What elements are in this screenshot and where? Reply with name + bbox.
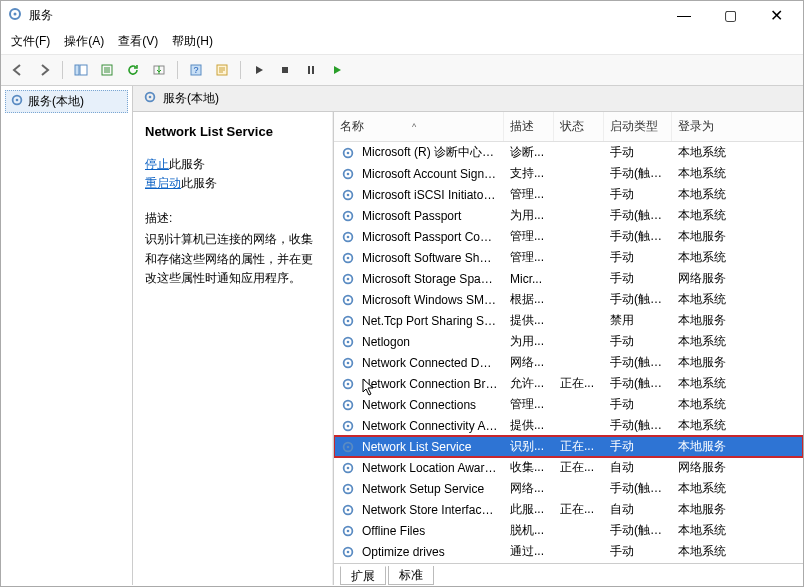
cell-name: Network Connected Devi... <box>356 356 504 370</box>
service-row[interactable]: Network Connection Bro...允许...正在...手动(触发… <box>334 373 803 394</box>
svg-point-27 <box>347 256 350 259</box>
tab-standard[interactable]: 标准 <box>388 566 434 585</box>
cell-logon: 本地系统 <box>672 480 738 497</box>
service-row[interactable]: Netlogon为用...手动本地系统 <box>334 331 803 352</box>
service-row[interactable]: Microsoft Passport Cont...管理...手动(触发...本… <box>334 226 803 247</box>
menu-help[interactable]: 帮助(H) <box>172 33 213 50</box>
maximize-button[interactable]: ▢ <box>707 1 753 29</box>
service-row[interactable]: Microsoft (R) 诊断中心标...诊断...手动本地系统 <box>334 142 803 163</box>
cell-desc: 收集... <box>504 459 554 476</box>
service-row[interactable]: Network Store Interface ...此服...正在...自动本… <box>334 499 803 520</box>
service-row[interactable]: Offline Files脱机...手动(触发...本地系统 <box>334 520 803 541</box>
service-row[interactable]: Network Connected Devi...网络...手动(触发...本地… <box>334 352 803 373</box>
cell-name: Microsoft Passport <box>356 209 504 223</box>
stop-link[interactable]: 停止 <box>145 157 169 171</box>
svg-rect-10 <box>308 66 310 74</box>
show-hide-tree-button[interactable] <box>70 59 92 81</box>
gear-icon <box>334 272 356 286</box>
export-button[interactable] <box>148 59 170 81</box>
cell-name: Network Setup Service <box>356 482 504 496</box>
close-button[interactable]: ✕ <box>753 1 799 29</box>
cell-status: 正在... <box>554 438 604 455</box>
right-pane: 服务(本地) Network List Service 停止此服务 重启动此服务… <box>133 86 803 585</box>
refresh-button[interactable] <box>122 59 144 81</box>
service-row[interactable]: Network Location Aware...收集...正在...自动网络服… <box>334 457 803 478</box>
cell-desc: 支持... <box>504 165 554 182</box>
properties-button[interactable] <box>211 59 233 81</box>
back-button[interactable] <box>7 59 29 81</box>
forward-button[interactable] <box>33 59 55 81</box>
service-row[interactable]: Microsoft Windows SMS ...根据...手动(触发...本地… <box>334 289 803 310</box>
cell-desc: 为用... <box>504 207 554 224</box>
cell-start: 手动 <box>604 396 672 413</box>
cell-start: 手动(触发... <box>604 207 672 224</box>
service-row[interactable]: Microsoft Storage Space...Micr...手动网络服务 <box>334 268 803 289</box>
export-list-button[interactable] <box>96 59 118 81</box>
start-service-button[interactable] <box>248 59 270 81</box>
svg-rect-3 <box>80 65 87 75</box>
cell-logon: 网络服务 <box>672 270 738 287</box>
service-row[interactable]: Microsoft Account Sign-i...支持...手动(触发...… <box>334 163 803 184</box>
menu-file[interactable]: 文件(F) <box>11 33 50 50</box>
svg-point-21 <box>347 193 350 196</box>
cell-name: Microsoft Software Shad... <box>356 251 504 265</box>
restart-service-button[interactable] <box>326 59 348 81</box>
cell-desc: 识别... <box>504 438 554 455</box>
svg-point-23 <box>347 214 350 217</box>
stop-service-button[interactable] <box>274 59 296 81</box>
col-header-desc[interactable]: 描述 <box>504 112 554 141</box>
col-header-start[interactable]: 启动类型 <box>604 112 672 141</box>
service-row[interactable]: Net.Tcp Port Sharing Ser...提供...禁用本地服务 <box>334 310 803 331</box>
cell-desc: 网络... <box>504 480 554 497</box>
app-icon <box>7 6 23 25</box>
gear-icon <box>10 93 24 110</box>
service-row[interactable]: Microsoft Passport为用...手动(触发...本地系统 <box>334 205 803 226</box>
svg-point-55 <box>347 550 350 553</box>
stop-suffix: 此服务 <box>169 157 205 171</box>
menu-action[interactable]: 操作(A) <box>64 33 104 50</box>
pause-service-button[interactable] <box>300 59 322 81</box>
cell-logon: 本地服务 <box>672 312 738 329</box>
menu-view[interactable]: 查看(V) <box>118 33 158 50</box>
view-tabs: 扩展 标准 <box>334 563 803 585</box>
cell-start: 手动 <box>604 543 672 560</box>
cell-start: 手动(触发... <box>604 165 672 182</box>
help-button[interactable]: ? <box>185 59 207 81</box>
service-row[interactable]: Optimize drives通过...手动本地系统 <box>334 541 803 562</box>
col-header-status[interactable]: 状态 <box>554 112 604 141</box>
cell-desc: Micr... <box>504 272 554 286</box>
service-row[interactable]: Network List Service识别...正在...手动本地服务 <box>334 436 803 457</box>
gear-icon <box>334 482 356 496</box>
svg-point-17 <box>347 151 350 154</box>
tree-root-services[interactable]: 服务(本地) <box>5 90 128 113</box>
service-row[interactable]: Microsoft Software Shad...管理...手动本地系统 <box>334 247 803 268</box>
list-body[interactable]: Microsoft (R) 诊断中心标...诊断...手动本地系统Microso… <box>334 142 803 563</box>
gear-icon <box>334 524 356 538</box>
gear-icon <box>334 146 356 160</box>
cell-desc: 管理... <box>504 228 554 245</box>
restart-link[interactable]: 重启动 <box>145 176 181 190</box>
cell-desc: 通过... <box>504 543 554 560</box>
cell-logon: 本地系统 <box>672 375 738 392</box>
gear-icon <box>334 167 356 181</box>
cell-start: 手动(触发... <box>604 291 672 308</box>
service-row[interactable]: Network Connectivity Ass...提供...手动(触发...… <box>334 415 803 436</box>
minimize-button[interactable]: — <box>661 1 707 29</box>
tree-pane: 服务(本地) <box>1 86 133 585</box>
service-row[interactable]: Network Connections管理...手动本地系统 <box>334 394 803 415</box>
tab-extended[interactable]: 扩展 <box>340 566 386 585</box>
cell-desc: 提供... <box>504 312 554 329</box>
cell-name: Microsoft Account Sign-i... <box>356 167 504 181</box>
cell-logon: 本地系统 <box>672 165 738 182</box>
service-list: 名称^ 描述 状态 启动类型 登录为 Microsoft (R) 诊断中心标..… <box>333 112 803 585</box>
col-header-name[interactable]: 名称^ <box>334 112 504 141</box>
cell-logon: 本地服务 <box>672 438 738 455</box>
service-row[interactable]: Network Setup Service网络...手动(触发...本地系统 <box>334 478 803 499</box>
cell-name: Net.Tcp Port Sharing Ser... <box>356 314 504 328</box>
svg-point-49 <box>347 487 350 490</box>
cell-logon: 本地系统 <box>672 417 738 434</box>
cell-desc: 提供... <box>504 417 554 434</box>
col-header-logon[interactable]: 登录为 <box>672 112 738 141</box>
service-row[interactable]: Microsoft iSCSI Initiator ...管理...手动本地系统 <box>334 184 803 205</box>
cell-start: 手动 <box>604 144 672 161</box>
